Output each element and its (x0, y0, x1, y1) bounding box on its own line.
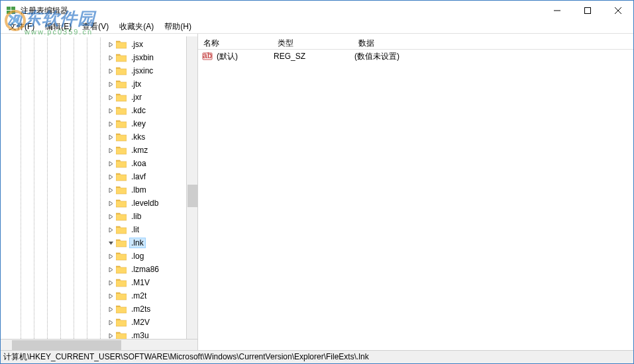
tree-item-label: .lbm (129, 185, 148, 195)
tree-item[interactable]: .lzma86 (1, 263, 197, 276)
expander-icon[interactable] (107, 332, 115, 339)
expander-icon[interactable] (107, 186, 115, 194)
tree-item[interactable]: .lnk (1, 236, 197, 250)
list-header: 名称 类型 数据 (198, 34, 633, 50)
scrollbar-thumb[interactable] (187, 185, 197, 207)
expander-icon[interactable] (107, 93, 115, 101)
folder-icon (116, 212, 127, 221)
svg-rect-5 (585, 8, 591, 14)
tree-item[interactable]: .kmz (1, 144, 197, 157)
expander-icon[interactable] (107, 107, 115, 114)
expander-icon[interactable] (107, 239, 115, 247)
expander-icon[interactable] (107, 54, 115, 62)
tree-item[interactable]: .lib (1, 210, 197, 223)
list-body[interactable]: ab(默认)REG_SZ(数值未设置) (198, 50, 633, 350)
tree-item[interactable]: .kks (1, 130, 197, 144)
list-panel: 名称 类型 数据 ab(默认)REG_SZ(数值未设置) (198, 34, 633, 350)
column-type[interactable]: 类型 (272, 36, 353, 49)
svg-text:ab: ab (203, 51, 212, 60)
tree-item-label: .m2ts (129, 304, 152, 314)
window-title: 注册表编辑器 (21, 5, 542, 17)
folder-icon (116, 265, 127, 274)
tree-item[interactable]: .key (1, 117, 197, 130)
menu-view[interactable]: 查看(V) (77, 20, 114, 34)
folder-icon (116, 318, 127, 327)
folder-icon (116, 251, 127, 261)
tree-item-label: .jsxinc (129, 66, 155, 76)
window-controls (542, 1, 633, 21)
menubar: 文件(F) 编辑(E) 查看(V) 收藏夹(A) 帮助(H) (1, 21, 633, 34)
tree-item[interactable]: .leveldb (1, 197, 197, 210)
expander-icon[interactable] (107, 159, 115, 167)
tree-item[interactable]: .m3u (1, 329, 197, 339)
expander-icon[interactable] (107, 226, 115, 234)
tree-body[interactable]: .jsx.jsxbin.jsxinc.jtx.jxr.kdc.key.kks.k… (1, 36, 197, 339)
expander-icon[interactable] (107, 292, 115, 300)
menu-help[interactable]: 帮助(H) (159, 20, 197, 34)
value-data: (数值未设置) (353, 51, 633, 62)
tree-item[interactable]: .lit (1, 223, 197, 236)
value-name: (默认) (215, 51, 272, 62)
tree-item[interactable]: .koa (1, 157, 197, 170)
content-area: .jsx.jsxbin.jsxinc.jtx.jxr.kdc.key.kks.k… (1, 34, 633, 350)
close-button[interactable] (603, 1, 633, 21)
tree-item[interactable]: .log (1, 250, 197, 263)
expander-icon[interactable] (107, 40, 115, 48)
maximize-button[interactable] (572, 1, 603, 21)
tree-item-label: .key (129, 118, 148, 129)
tree-item[interactable]: .jxr (1, 91, 197, 104)
expander-icon[interactable] (107, 133, 115, 141)
tree-item-label: .m2t (129, 291, 148, 301)
expander-icon[interactable] (107, 212, 115, 220)
svg-rect-1 (11, 7, 15, 10)
tree-item-label: .jsx (129, 39, 145, 50)
svg-rect-0 (7, 7, 11, 10)
status-path: 计算机\HKEY_CURRENT_USER\SOFTWARE\Microsoft… (3, 351, 369, 363)
folder-icon (116, 159, 127, 168)
tree-item[interactable]: .lbm (1, 183, 197, 197)
tree-item[interactable]: .m2ts (1, 302, 197, 316)
column-name[interactable]: 名称 (198, 36, 272, 49)
expander-icon[interactable] (107, 265, 115, 273)
column-data[interactable]: 数据 (353, 36, 633, 49)
tree-vertical-scrollbar[interactable] (186, 36, 197, 339)
tree-item[interactable]: .lavf (1, 170, 197, 183)
expander-icon[interactable] (107, 279, 115, 287)
tree-item[interactable]: .jsxbin (1, 51, 197, 64)
folder-icon (116, 106, 127, 115)
tree-item-label: .lnk (129, 238, 146, 248)
tree-item[interactable]: .jsxinc (1, 64, 197, 77)
minimize-button[interactable] (542, 1, 572, 21)
tree-item-label: .kmz (129, 145, 150, 156)
expander-icon[interactable] (107, 318, 115, 326)
menu-file[interactable]: 文件(F) (3, 20, 40, 34)
folder-icon (116, 66, 127, 75)
tree-item[interactable]: .jtx (1, 77, 197, 91)
folder-icon (116, 93, 127, 102)
expander-icon[interactable] (107, 199, 115, 207)
scrollbar-thumb[interactable] (12, 340, 121, 350)
folder-icon (116, 238, 127, 248)
tree-item[interactable]: .M2V (1, 316, 197, 329)
tree-item[interactable]: .m2t (1, 289, 197, 302)
expander-icon[interactable] (107, 305, 115, 313)
tree-item[interactable]: .kdc (1, 104, 197, 117)
list-row[interactable]: ab(默认)REG_SZ(数值未设置) (198, 50, 633, 63)
expander-icon[interactable] (107, 120, 115, 128)
folder-icon (116, 278, 127, 287)
folder-icon (116, 53, 127, 62)
tree-item-label: .m3u (129, 330, 151, 339)
tree-item-label: .lit (129, 224, 141, 235)
expander-icon[interactable] (107, 146, 115, 154)
expander-icon[interactable] (107, 252, 115, 260)
tree-item[interactable]: .jsx (1, 38, 197, 51)
tree-horizontal-scrollbar[interactable] (1, 339, 197, 350)
expander-icon[interactable] (107, 67, 115, 75)
expander-icon[interactable] (107, 173, 115, 181)
expander-icon[interactable] (107, 80, 115, 88)
menu-edit[interactable]: 编辑(E) (40, 20, 77, 34)
statusbar: 计算机\HKEY_CURRENT_USER\SOFTWARE\Microsoft… (1, 350, 633, 363)
tree-item[interactable]: .M1V (1, 276, 197, 289)
menu-favorites[interactable]: 收藏夹(A) (114, 20, 159, 34)
tree-item-label: .kdc (129, 105, 148, 116)
